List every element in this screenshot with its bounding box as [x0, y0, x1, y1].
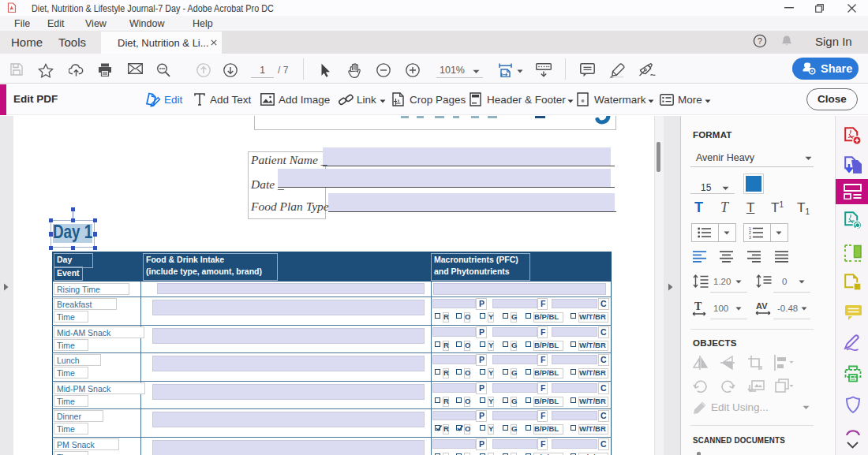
svg-text:?: ?: [758, 36, 762, 46]
svg-text:T: T: [694, 300, 702, 312]
svg-text:AV: AV: [756, 301, 768, 311]
svg-text:3: 3: [749, 235, 751, 240]
